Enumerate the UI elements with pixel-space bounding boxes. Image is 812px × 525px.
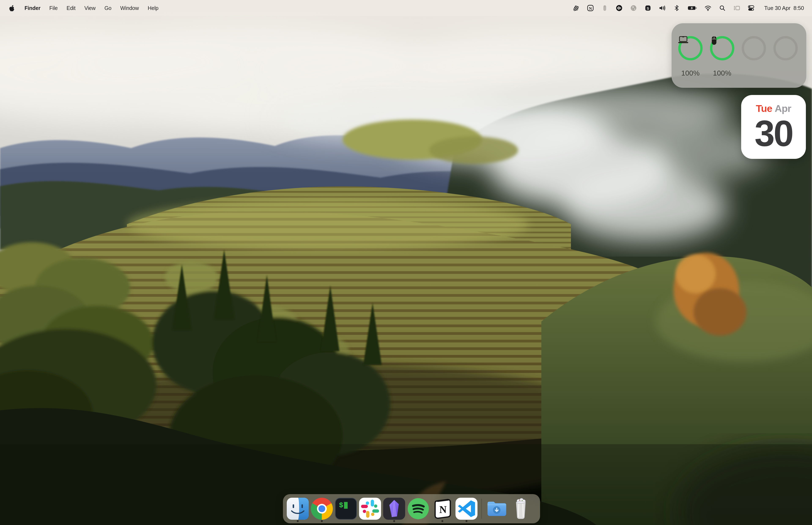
- menu-item-finder[interactable]: Finder: [25, 5, 41, 11]
- globe-icon[interactable]: [630, 4, 637, 12]
- laptop-icon: [678, 35, 703, 61]
- dock-obsidian-icon[interactable]: [383, 495, 405, 523]
- control-center-icon[interactable]: [747, 4, 755, 12]
- dock-trash-icon[interactable]: [510, 495, 532, 523]
- battery-widget[interactable]: 100% 100%: [672, 23, 806, 88]
- menu-bar-clock[interactable]: Tue 30 Apr 8:50: [764, 5, 804, 12]
- bluetooth-icon[interactable]: [673, 4, 680, 12]
- svg-text:S: S: [647, 6, 649, 11]
- calendar-day: 30: [741, 115, 806, 151]
- dock-finder-icon[interactable]: [287, 495, 309, 523]
- dock-terminal-icon[interactable]: $: [335, 495, 357, 523]
- svg-text:N: N: [589, 6, 592, 11]
- calendar-widget[interactable]: TueApr 30: [741, 95, 806, 159]
- menu-item-edit[interactable]: Edit: [66, 5, 76, 11]
- battery-ring-mouse: [709, 35, 735, 61]
- calendar-weekday: Tue: [756, 103, 772, 114]
- battery-ring-empty-1: [741, 35, 767, 61]
- battery-ring-laptop: [678, 35, 703, 61]
- calendar-month: Apr: [775, 103, 791, 114]
- menu-item-file[interactable]: File: [49, 5, 58, 11]
- status-menu-extras: N: [572, 4, 804, 12]
- dock-notion-icon[interactable]: N: [431, 495, 454, 523]
- notion-status-icon[interactable]: N: [586, 4, 594, 12]
- mouse-icon: [709, 35, 735, 61]
- battery-percent-laptop: 100%: [678, 69, 703, 77]
- terminal-prompt: $: [339, 502, 343, 509]
- wifi-icon[interactable]: [704, 4, 712, 12]
- menu-bar: Finder File Edit View Go Window Help N: [0, 0, 812, 16]
- running-indicator: [297, 520, 299, 522]
- dock-downloads-folder-icon[interactable]: [486, 495, 508, 523]
- volume-icon[interactable]: [658, 4, 666, 12]
- menu-item-go[interactable]: Go: [105, 5, 111, 11]
- dock-slack-icon[interactable]: [359, 495, 381, 523]
- slack-status-icon[interactable]: S: [644, 4, 652, 12]
- battery-charging-icon[interactable]: [687, 4, 698, 12]
- spotlight-icon[interactable]: [719, 4, 726, 12]
- dock-spotify-icon[interactable]: [407, 495, 429, 523]
- stage-manager-dim-icon[interactable]: [733, 4, 740, 12]
- desktop: Finder File Edit View Go Window Help N: [0, 0, 812, 525]
- dock-chrome-icon[interactable]: [311, 495, 333, 523]
- mouse-battery-dim-icon[interactable]: [601, 4, 609, 12]
- dock-vscode-icon[interactable]: [456, 495, 477, 523]
- menu-item-window[interactable]: Window: [120, 5, 139, 11]
- audio-waveform-icon[interactable]: [615, 4, 623, 12]
- apple-menu[interactable]: [8, 4, 16, 12]
- battery-ring-empty-2: [773, 35, 798, 61]
- running-indicator: [393, 520, 395, 522]
- calendar-header: TueApr: [741, 103, 806, 114]
- svg-text:N: N: [440, 504, 447, 515]
- menu-item-help[interactable]: Help: [148, 5, 158, 11]
- running-indicator: [466, 520, 468, 522]
- dock-separator: [481, 498, 482, 519]
- app-menus: Finder File Edit View Go Window Help: [8, 4, 158, 12]
- battery-percent-mouse: 100%: [709, 69, 735, 77]
- menu-item-view[interactable]: View: [85, 5, 95, 11]
- running-indicator: [442, 520, 443, 522]
- dock: $: [283, 494, 540, 523]
- striped-bird-icon[interactable]: [572, 4, 580, 12]
- running-indicator: [321, 520, 323, 522]
